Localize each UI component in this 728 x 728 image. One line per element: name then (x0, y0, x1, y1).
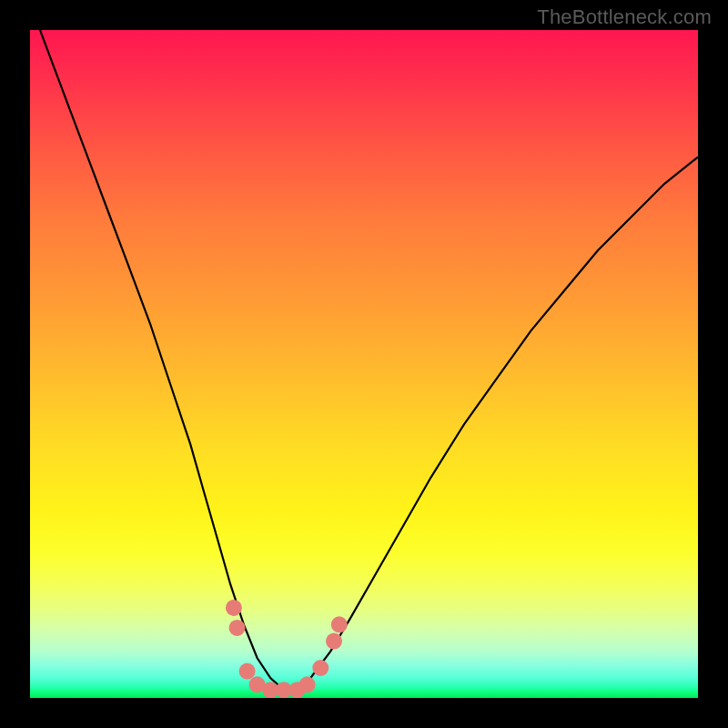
curve-marker (331, 616, 348, 632)
curve-marker (299, 676, 316, 693)
curve-marker (226, 600, 242, 616)
plot-area (30, 30, 698, 698)
bottleneck-curve (30, 30, 698, 690)
curve-marker (239, 663, 256, 680)
curve-marker (312, 660, 329, 676)
outer-frame: TheBottleneck.com (0, 0, 728, 728)
curve-markers (226, 600, 348, 698)
watermark-text: TheBottleneck.com (537, 5, 712, 29)
curve-marker (326, 633, 342, 650)
curve-layer (30, 30, 698, 698)
curve-marker (229, 620, 246, 636)
